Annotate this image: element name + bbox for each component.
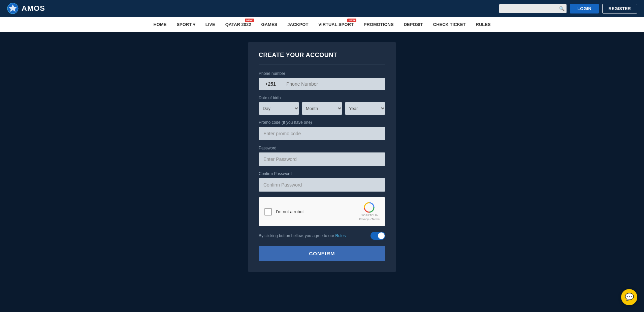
recaptcha-left: I'm not a robot xyxy=(264,208,304,216)
nav-games[interactable]: GAMES xyxy=(261,22,278,27)
header-right: 🔍 LOGIN REGISTER xyxy=(499,4,637,13)
password-label: Password xyxy=(259,146,385,150)
nav-qatar2022[interactable]: NEW QATAR 2022 xyxy=(225,22,251,27)
dob-label: Date of birth xyxy=(259,95,385,100)
promo-group: Promo code (If you have one) xyxy=(259,120,385,140)
confirm-password-group: Confirm Password xyxy=(259,171,385,192)
logo: AMOS xyxy=(7,2,45,15)
phone-input[interactable] xyxy=(282,78,385,90)
terms-row: By clicking button bellow, you agree to … xyxy=(259,232,385,240)
dob-group: Date of birth Day Month Year xyxy=(259,95,385,115)
phone-group: Phone number +251 xyxy=(259,71,385,90)
phone-label: Phone number xyxy=(259,71,385,76)
logo-icon xyxy=(7,2,19,15)
nav-check-ticket[interactable]: CHECK TICKET xyxy=(433,22,466,27)
nav-rules[interactable]: RULES xyxy=(476,22,491,27)
dob-row: Day Month Year xyxy=(259,102,385,115)
confirm-password-label: Confirm Password xyxy=(259,171,385,176)
terms-link[interactable]: Rules xyxy=(335,233,346,238)
nav-sport[interactable]: SPORT ▾ xyxy=(176,22,195,27)
logo-text: AMOS xyxy=(22,4,45,13)
login-button[interactable]: LOGIN xyxy=(570,4,599,13)
dob-year-select[interactable]: Year xyxy=(345,102,385,115)
search-box: 🔍 xyxy=(499,4,567,13)
terms-text: By clicking button bellow, you agree to … xyxy=(259,233,346,238)
navigation: HOME SPORT ▾ LIVE NEW QATAR 2022 GAMES J… xyxy=(0,17,644,32)
recaptcha-box: I'm not a robot reCAPTCHA Privacy - Term… xyxy=(259,197,385,226)
recaptcha-brand: reCAPTCHA Privacy - Terms xyxy=(359,214,380,221)
phone-row: +251 xyxy=(259,78,385,90)
promo-label: Promo code (If you have one) xyxy=(259,120,385,125)
registration-form-card: CREATE YOUR ACCOUNT Phone number +251 Da… xyxy=(248,42,396,272)
recaptcha-text: I'm not a robot xyxy=(276,209,304,214)
recaptcha-spinner-icon xyxy=(364,202,375,213)
form-divider xyxy=(259,64,385,64)
confirm-password-input[interactable] xyxy=(259,178,385,192)
nav-promotions[interactable]: PROMOTIONS xyxy=(364,22,394,27)
register-button[interactable]: REGISTER xyxy=(602,4,637,13)
nav-jackpot[interactable]: JACKPOT xyxy=(287,22,308,27)
nav-badge-virtual: NEW xyxy=(347,19,356,22)
confirm-button[interactable]: CONFIRM xyxy=(259,246,385,261)
main-content: CREATE YOUR ACCOUNT Phone number +251 Da… xyxy=(0,32,644,312)
header: AMOS 🔍 LOGIN REGISTER xyxy=(0,0,644,17)
search-input[interactable] xyxy=(503,6,559,11)
toggle-knob xyxy=(378,232,385,239)
promo-input[interactable] xyxy=(259,127,385,140)
nav-live[interactable]: LIVE xyxy=(205,22,215,27)
form-title: CREATE YOUR ACCOUNT xyxy=(259,52,385,59)
search-icon: 🔍 xyxy=(559,6,565,11)
chat-button[interactable]: 💬 xyxy=(621,289,637,305)
password-group: Password xyxy=(259,146,385,166)
nav-deposit[interactable]: DEPOSIT xyxy=(404,22,423,27)
password-input[interactable] xyxy=(259,152,385,166)
nav-virtual-sport[interactable]: NEW VIRTUAL SPORT xyxy=(318,22,354,27)
dob-day-select[interactable]: Day xyxy=(259,102,299,115)
nav-home[interactable]: HOME xyxy=(153,22,166,27)
nav-badge-qatar: NEW xyxy=(245,19,254,22)
dob-month-select[interactable]: Month xyxy=(302,102,342,115)
chat-icon: 💬 xyxy=(625,293,634,302)
recaptcha-group: I'm not a robot reCAPTCHA Privacy - Term… xyxy=(259,197,385,226)
phone-prefix: +251 xyxy=(259,78,282,90)
recaptcha-checkbox[interactable] xyxy=(264,208,272,216)
terms-toggle[interactable] xyxy=(371,232,385,240)
recaptcha-logo: reCAPTCHA Privacy - Terms xyxy=(359,202,380,221)
